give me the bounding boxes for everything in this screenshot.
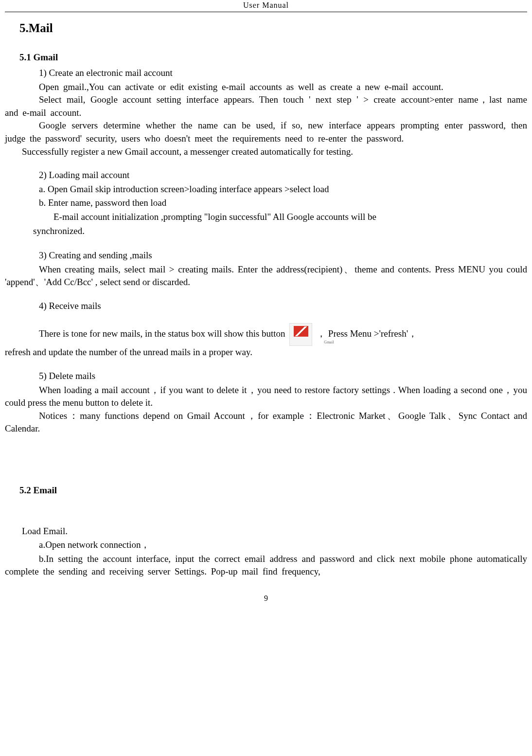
subsection-5-1: 5.1 Gmail <box>19 51 527 64</box>
body-text: a.Open network connection， <box>39 539 527 552</box>
body-text: 1) Create an electronic mail account <box>39 67 527 80</box>
body-text: 4) Receive mails <box>39 300 527 313</box>
body-text: When loading a mail account，if you want … <box>5 384 527 410</box>
body-text: synchronized. <box>33 225 527 238</box>
body-text: 5) Delete mails <box>39 370 527 383</box>
body-text: 2) Loading mail account <box>39 169 527 182</box>
body-text: Load Email. <box>22 525 527 538</box>
body-text: Notices：many functions depend on Gmail A… <box>5 410 527 435</box>
body-text: There is tone for new mails, in the stat… <box>5 323 527 346</box>
gmail-icon: Gmail <box>289 323 312 346</box>
body-text: Successfully register a new Gmail accoun… <box>5 145 527 159</box>
body-text-part: There is tone for new mails, in the stat… <box>39 328 287 339</box>
body-text: b.In setting the account interface, inpu… <box>5 553 527 578</box>
body-text: a. Open Gmail skip introduction screen>l… <box>39 183 527 196</box>
body-text: refresh and update the number of the unr… <box>5 346 527 359</box>
body-text: Google servers determine whether the nam… <box>5 119 527 145</box>
gmail-icon-label: Gmail <box>290 340 312 345</box>
page-number: 9 <box>5 593 527 604</box>
body-text: b. Enter name, password then load <box>39 197 527 210</box>
body-text: 3) Creating and sending ,mails <box>39 249 527 262</box>
section-title: 5.Mail <box>19 19 527 36</box>
body-text: Select mail, Google account setting inte… <box>5 93 527 119</box>
body-text: Open gmail.,You can activate or edit exi… <box>5 81 527 94</box>
body-text: When creating mails, select mail > creat… <box>5 263 527 289</box>
body-text: E-mail account initialization ,prompting… <box>53 211 527 224</box>
page-header: User Manual <box>5 0 527 12</box>
body-text-part: ， Press Menu >'refresh'， <box>317 328 417 339</box>
subsection-5-2: 5.2 Email <box>19 484 527 497</box>
